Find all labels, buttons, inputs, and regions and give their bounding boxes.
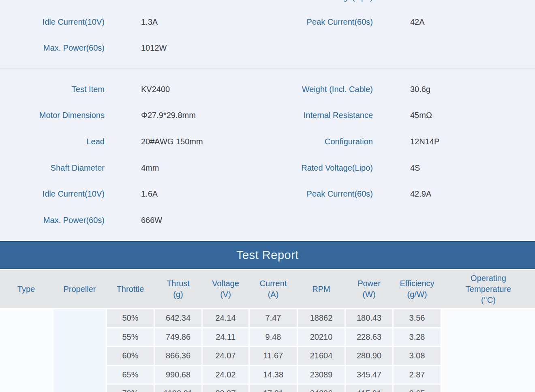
- report-cell: 24.02: [203, 366, 248, 384]
- spec-label: Max. Power(60s): [0, 216, 115, 225]
- report-table-body: 50%642.3424.147.4718862180.433.5655%749.…: [0, 308, 535, 392]
- spec-label: Motor Dimensions: [0, 111, 115, 120]
- report-cell: 990.68: [155, 366, 201, 384]
- spec-label: Test Item: [0, 85, 115, 94]
- spec-value: KV2400: [115, 85, 268, 94]
- spec-row: Motor Dimensions Φ27.9*29.8mm Internal R…: [0, 103, 535, 129]
- spec-label: Idle Current(10V): [0, 17, 115, 27]
- report-table-header: Type Propeller Throttle Thrust (g) Volta…: [0, 270, 535, 308]
- spec-value: 4S: [373, 163, 535, 173]
- column-header-propeller: Propeller: [54, 284, 106, 295]
- report-cell: 24.07: [203, 347, 248, 365]
- report-cell: 65%: [107, 366, 154, 384]
- report-cell: 3.08: [394, 347, 441, 365]
- report-cell: 14.38: [250, 366, 297, 384]
- spec-value: 4mm: [115, 163, 268, 173]
- spec-label: Lead: [0, 137, 115, 146]
- report-cell: 18862: [298, 309, 345, 327]
- report-cell: 280.90: [346, 347, 392, 365]
- report-cell: 11.67: [250, 347, 297, 365]
- report-cell: 2.87: [394, 366, 441, 384]
- report-cell: 20210: [298, 328, 345, 346]
- report-cell: 24296: [298, 385, 345, 392]
- spec-label: Peak Current(60s): [268, 17, 373, 27]
- spec-row: Idle Current(10V) 1.6A Peak Current(60s)…: [0, 181, 535, 207]
- spec-row: Test Item KV2400 Weight (Incl. Cable) 30…: [0, 76, 535, 103]
- report-cell: 21604: [298, 347, 345, 365]
- report-cell: 345.47: [346, 366, 392, 384]
- spec-section-main: Test Item KV2400 Weight (Incl. Cable) 30…: [0, 69, 535, 241]
- report-cell: 23.97: [203, 385, 248, 392]
- report-cell: 24.14: [203, 309, 248, 327]
- test-report-title: Test Report: [236, 248, 299, 262]
- spec-value: 30.6g: [373, 85, 535, 94]
- report-cell: 2.65: [394, 385, 441, 392]
- column-header-type: Type: [0, 284, 52, 295]
- report-cell: 50%: [107, 309, 154, 327]
- spec-value: 12N14P: [373, 137, 535, 146]
- report-cell: 9.48: [250, 328, 297, 346]
- spec-label: Shaft Diameter: [0, 163, 115, 173]
- spec-label-clipped: Rated Voltage(Lipo): [268, 0, 373, 2]
- column-header-current: Current (A): [250, 278, 297, 300]
- spec-value: 1012W: [115, 43, 268, 53]
- spec-row: Lead 20#AWG 150mm Configuration 12N14P: [0, 129, 535, 155]
- column-header-voltage: Voltage (V): [203, 278, 248, 300]
- report-cell: 7.47: [250, 309, 297, 327]
- spec-value: 1.3A: [115, 17, 268, 27]
- temperature-merged-cell: [442, 309, 535, 392]
- report-cell: 3.28: [394, 328, 441, 346]
- spec-row: Shaft Diameter 4mm Rated Voltage(Lipo) 4…: [0, 155, 535, 181]
- spec-row: Idle Current(10V) 1.3A Peak Current(60s)…: [0, 9, 535, 35]
- spec-value: 42.9A: [373, 189, 535, 199]
- report-cell: 24.11: [203, 328, 248, 346]
- propeller-merged-cell: [54, 309, 106, 392]
- test-report-banner: Test Report: [0, 241, 535, 269]
- column-header-throttle: Throttle: [107, 284, 154, 295]
- column-header-efficiency: Efficiency (g/W): [394, 278, 441, 300]
- spec-section-top: Rated Voltage(Lipo) Idle Current(10V) 1.…: [0, 0, 535, 69]
- report-cell: 60%: [107, 347, 154, 365]
- spec-row: Max. Power(60s) 1012W: [0, 35, 535, 62]
- type-merged-cell: [0, 309, 52, 392]
- report-cell: 415.91: [346, 385, 392, 392]
- report-cell: 55%: [107, 328, 154, 346]
- report-cell: 17.21: [250, 385, 297, 392]
- spec-label: Configuration: [268, 137, 373, 146]
- spec-label: Max. Power(60s): [0, 43, 115, 53]
- column-header-thrust: Thrust (g): [155, 278, 201, 300]
- spec-value: 1.6A: [115, 189, 268, 199]
- spec-value: Φ27.9*29.8mm: [115, 111, 268, 120]
- spec-row: Max. Power(60s) 666W: [0, 207, 535, 233]
- report-cell: 23089: [298, 366, 345, 384]
- report-cell: 749.86: [155, 328, 201, 346]
- column-header-rpm: RPM: [298, 284, 345, 295]
- column-header-temperature: Operating Temperature (°C): [442, 273, 535, 306]
- spec-value: 666W: [115, 216, 268, 225]
- report-cell: 228.63: [346, 328, 392, 346]
- report-cell: 866.36: [155, 347, 201, 365]
- spec-label: Rated Voltage(Lipo): [268, 163, 373, 173]
- spec-label: Idle Current(10V): [0, 189, 115, 199]
- report-cell: 3.56: [394, 309, 441, 327]
- report-cell: 1100.91: [155, 385, 201, 392]
- spec-label: Peak Current(60s): [268, 189, 373, 199]
- spec-label: Internal Resistance: [268, 111, 373, 120]
- spec-value: 45mΩ: [373, 111, 535, 120]
- report-cell: 180.43: [346, 309, 392, 327]
- spec-value: 42A: [373, 17, 535, 27]
- spec-value: 20#AWG 150mm: [115, 137, 268, 146]
- column-header-power: Power (W): [346, 278, 392, 300]
- report-cell: 642.34: [155, 309, 201, 327]
- report-cell: 70%: [107, 385, 154, 392]
- spec-label: Weight (Incl. Cable): [268, 85, 373, 94]
